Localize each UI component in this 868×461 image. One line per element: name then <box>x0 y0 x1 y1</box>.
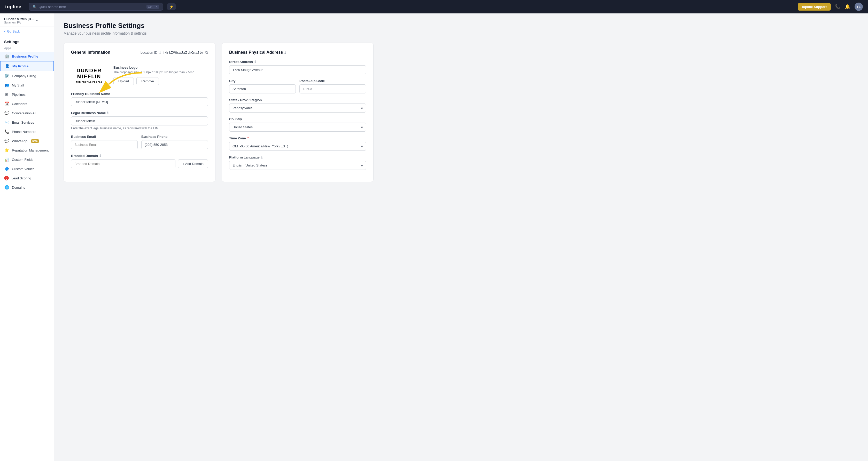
branded-domain-label: Branded Domain ℹ <box>71 154 208 158</box>
branded-domain-input[interactable] <box>71 159 176 168</box>
state-label: State / Prov / Region <box>229 98 366 102</box>
sidebar-item-label: My Staff <box>12 84 24 87</box>
platform-lang-select[interactable]: English (United States) <box>229 161 366 170</box>
page-subtitle: Manage your business profile information… <box>64 31 859 35</box>
apps-label: Apps <box>0 45 54 52</box>
friendly-name-group: Friendly Business Name <box>71 92 208 106</box>
copy-icon[interactable]: ⧉ <box>206 50 208 55</box>
state-select[interactable]: Pennsylvania <box>229 103 366 112</box>
search-shortcut: Ctrl + K <box>147 5 159 9</box>
custom-values-icon: 🔷 <box>4 166 9 171</box>
sidebar-item-label: Custom Fields <box>12 158 33 162</box>
sidebar-item-reputation-management[interactable]: ⭐ Reputation Management <box>0 145 54 155</box>
business-profile-icon: 🏢 <box>4 54 9 59</box>
business-email-input[interactable] <box>71 140 138 149</box>
main-content: Business Profile Settings Manage your bu… <box>54 13 868 461</box>
physical-address-card: Business Physical Address ℹ Street Addre… <box>222 42 374 182</box>
general-info-title: General Information <box>71 50 110 55</box>
sidebar-item-calendars[interactable]: 📅 Calendars <box>0 99 54 108</box>
sidebar-item-label: Pipelines <box>12 93 26 97</box>
support-button[interactable]: topline Support <box>798 3 831 10</box>
legal-name-label: Legal Business Name ℹ <box>71 111 208 115</box>
physical-address-title: Business Physical Address ℹ <box>229 50 366 55</box>
sidebar-item-phone-numbers[interactable]: 📞 Phone Numbers <box>0 127 54 136</box>
sidebar-item-company-billing[interactable]: ⚙️ Company Billing <box>0 71 54 80</box>
email-services-icon: ✉️ <box>4 120 9 125</box>
sidebar-item-custom-values[interactable]: 🔷 Custom Values <box>0 164 54 173</box>
sidebar-item-lead-scoring[interactable]: g Lead Scoring <box>0 173 54 183</box>
upload-button[interactable]: Upload <box>114 77 134 85</box>
platform-lang-select-wrapper: English (United States) <box>229 161 366 170</box>
content-grid: General Information Location ID ℹ f4rkIV… <box>64 42 374 182</box>
country-group: Country United States <box>229 117 366 132</box>
email-phone-row: Business Email Business Phone <box>71 135 208 154</box>
country-select-wrapper: United States <box>229 123 366 132</box>
country-select[interactable]: United States <box>229 123 366 132</box>
sidebar-item-label: Lead Scoring <box>11 176 31 180</box>
business-email-label: Business Email <box>71 135 138 139</box>
logo-desc: The proposed size is 350px * 180px. No b… <box>114 70 208 74</box>
timezone-select[interactable]: GMT-05:00 America/New_York (EST) <box>229 142 366 151</box>
city-input[interactable] <box>229 85 296 93</box>
page-title: Business Profile Settings <box>64 22 859 30</box>
location-id-row: Location ID ℹ f4rkIVQsxJaZlkCmaJlw ⧉ <box>141 50 208 55</box>
legal-name-info-icon: ℹ <box>107 111 108 115</box>
settings-section-label: Settings <box>0 36 54 45</box>
street-address-input[interactable] <box>229 65 366 74</box>
legal-name-input[interactable] <box>71 117 208 126</box>
legal-name-hint: Enter the exact legal business name, as … <box>71 127 208 130</box>
logo-title: Business Logo <box>114 66 208 69</box>
remove-button[interactable]: Remove <box>136 77 159 85</box>
branded-domain-info-icon: ℹ <box>99 154 101 158</box>
branded-domain-group: Branded Domain ℹ + Add Domain <box>71 154 208 168</box>
sidebar-item-domains[interactable]: 🌐 Domains <box>0 183 54 192</box>
state-group: State / Prov / Region Pennsylvania <box>229 98 366 112</box>
custom-fields-icon: 📊 <box>4 157 9 162</box>
app-body: Dunder Mifflin [D... Scranton, PA ▾ < Go… <box>0 13 868 461</box>
sidebar-item-email-services[interactable]: ✉️ Email Services <box>0 118 54 127</box>
location-selector[interactable]: Dunder Mifflin [D... Scranton, PA ▾ <box>0 13 54 27</box>
bell-icon[interactable]: 🔔 <box>845 4 850 9</box>
app-logo: topline <box>5 4 22 9</box>
search-bar[interactable]: 🔍 Quick search here Ctrl + K <box>29 3 163 10</box>
domain-row: + Add Domain <box>71 159 208 168</box>
sidebar-item-custom-fields[interactable]: 📊 Custom Fields <box>0 155 54 164</box>
location-sub: Scranton, PA <box>4 21 34 24</box>
sidebar-item-label: My Profile <box>12 64 28 68</box>
sidebar-item-label: Reputation Management <box>12 149 49 152</box>
street-info-icon: ℹ <box>254 60 256 64</box>
whatsapp-icon: 💬 <box>4 139 9 143</box>
city-postal-row: City Postal/Zip Code <box>229 79 366 98</box>
avatar[interactable]: TL <box>855 3 863 11</box>
reputation-icon: ⭐ <box>4 148 9 153</box>
lightning-icon[interactable]: ⚡ <box>167 3 176 10</box>
sidebar-item-whatsapp[interactable]: 💬 WhatsApp beta <box>0 136 54 145</box>
location-id-label: Location ID <box>141 51 158 55</box>
sidebar-item-pipelines[interactable]: ⊞ Pipelines <box>0 90 54 99</box>
logo-line1: DUNDER <box>76 68 102 73</box>
business-phone-input[interactable] <box>141 140 208 149</box>
calendars-icon: 📅 <box>4 101 9 106</box>
friendly-name-label: Friendly Business Name <box>71 92 208 96</box>
sidebar-item-my-staff[interactable]: 👥 My Staff <box>0 80 54 90</box>
sidebar-item-business-profile[interactable]: 🏢 Business Profile <box>0 52 54 61</box>
friendly-name-input[interactable] <box>71 97 208 106</box>
sidebar-item-conversation-ai[interactable]: 💬 Conversation AI <box>0 108 54 118</box>
add-domain-button[interactable]: + Add Domain <box>178 159 208 168</box>
company-billing-icon: ⚙️ <box>4 73 9 78</box>
postal-input[interactable] <box>300 85 366 93</box>
go-back-link[interactable]: < Go Back <box>0 27 54 36</box>
domains-icon: 🌐 <box>4 185 9 190</box>
sidebar-item-label: Email Services <box>12 121 34 124</box>
phone-icon[interactable]: 📞 <box>835 4 841 9</box>
logo-buttons: Upload Remove <box>114 77 208 85</box>
business-phone-label: Business Phone <box>141 135 208 139</box>
postal-group: Postal/Zip Code <box>300 79 366 93</box>
sidebar-item-label: Calendars <box>12 102 27 106</box>
timezone-required: * <box>247 136 249 140</box>
street-address-group: Street Address ℹ <box>229 60 366 74</box>
state-select-wrapper: Pennsylvania <box>229 103 366 112</box>
city-group: City <box>229 79 296 93</box>
sidebar-item-my-profile[interactable]: 👤 My Profile My Profile <box>0 61 54 71</box>
search-placeholder[interactable]: Quick search here <box>39 5 145 9</box>
